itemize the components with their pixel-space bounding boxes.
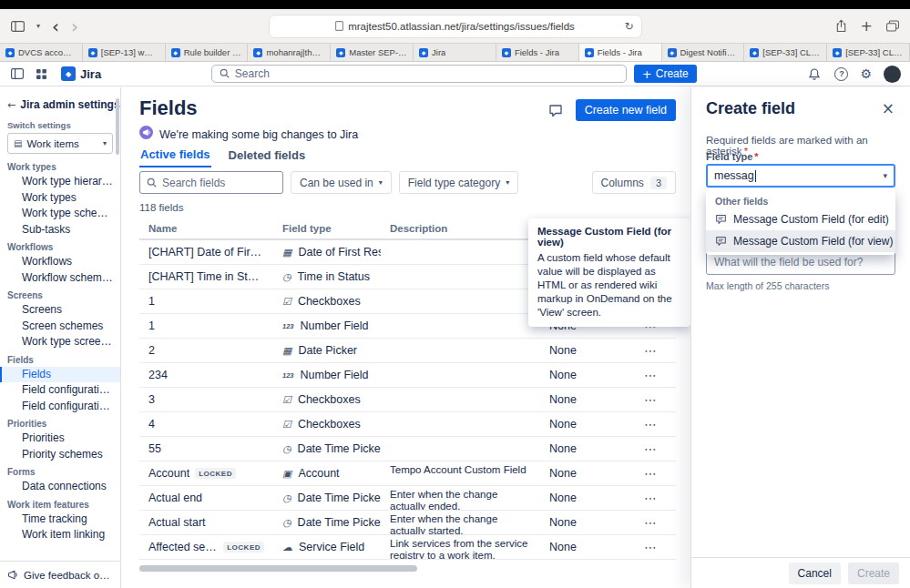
sidebar-nav-entry[interactable]: Fields <box>0 367 120 383</box>
share-icon[interactable] <box>835 19 847 33</box>
sidebar-nav-entry[interactable]: Work type hierarchy <box>0 174 120 190</box>
table-row[interactable]: 4 Checkboxes None <box>139 412 676 437</box>
announcement-banner[interactable]: We're making some big changes to Jira <box>139 126 358 143</box>
sidebar-nav-entry[interactable]: Workflows <box>0 254 120 270</box>
field-name: 1 <box>148 319 155 332</box>
sidebar-nav-entry[interactable]: Screen schemes <box>0 319 120 335</box>
table-row[interactable]: Actual start Date Time Picker Enter when… <box>139 511 676 535</box>
notifications-bell-icon[interactable] <box>806 66 823 83</box>
browser-tab[interactable]: mohanraj|thangam... <box>248 44 331 61</box>
row-actions-button[interactable] <box>639 464 662 482</box>
browser-tab[interactable]: [SEP-13] ww - Jira <box>83 44 166 61</box>
close-icon[interactable] <box>877 97 899 119</box>
row-actions-button[interactable] <box>639 440 662 458</box>
global-search[interactable] <box>211 65 627 83</box>
sidebar-nav-entry[interactable]: Work types <box>0 190 120 207</box>
browser-tab[interactable]: Digest Notification... <box>662 44 745 61</box>
page-tab[interactable]: Active fields <box>139 147 211 167</box>
row-actions-button[interactable] <box>639 415 662 433</box>
field-type-label: Field type* <box>706 151 759 162</box>
sidebar-nav-entry[interactable]: Time tracking <box>0 512 120 528</box>
chevron-down-icon[interactable] <box>36 23 40 30</box>
page-tab[interactable]: Deleted fields <box>228 147 307 167</box>
jira-favicon <box>419 48 428 57</box>
create-new-field-button[interactable]: Create new field <box>576 99 676 121</box>
sidebar-nav-entry[interactable]: Field configuration sc... <box>0 399 120 415</box>
user-avatar[interactable] <box>884 66 901 83</box>
tab-overview-icon[interactable] <box>886 20 899 32</box>
row-actions-button[interactable] <box>639 366 662 384</box>
field-type-select[interactable]: messag <box>706 164 895 188</box>
sidebar-nav-entry[interactable]: Sub-tasks <box>0 222 120 238</box>
column-header-name[interactable]: Name <box>139 223 273 234</box>
cancel-button[interactable]: Cancel <box>789 563 841 584</box>
column-header-description[interactable]: Description <box>381 223 540 234</box>
row-actions-button[interactable] <box>639 538 662 556</box>
back-icon[interactable] <box>52 17 59 35</box>
jira-logo[interactable]: Jira <box>61 66 101 81</box>
sidebar-nav-entry[interactable]: Work item linking <box>0 527 120 543</box>
new-tab-icon[interactable] <box>861 19 873 34</box>
field-type-label: Service Field <box>299 541 364 553</box>
sidebar-nav-entry[interactable]: Data connections <box>0 479 120 495</box>
sidebar-nav-entry[interactable]: Field configurations <box>0 382 120 399</box>
field-name: Affected services <box>148 541 218 553</box>
dropdown-option[interactable]: Message Custom Field (for edit) <box>706 208 895 230</box>
global-search-input[interactable] <box>235 67 619 80</box>
row-actions-button[interactable] <box>639 489 662 507</box>
table-row[interactable]: 55 Date Time Picker None <box>139 437 676 461</box>
table-row[interactable]: 234 Number Field None <box>139 363 676 388</box>
browser-tab[interactable]: Fields - Jira <box>496 44 579 61</box>
sidebar-scrollbar[interactable] <box>116 98 119 155</box>
table-row[interactable]: 3 Checkboxes None <box>139 388 676 412</box>
browser-tab[interactable]: Jira <box>414 44 496 61</box>
create-button[interactable]: Create <box>848 563 899 584</box>
help-icon[interactable]: ? <box>834 67 848 81</box>
row-actions-button[interactable] <box>639 341 662 360</box>
sidebar-nav-entry[interactable]: Workflow schemes <box>0 270 120 287</box>
horizontal-scrollbar[interactable] <box>139 565 417 572</box>
banner-text: We're making some big changes to Jira <box>159 128 358 141</box>
column-header-field-type[interactable]: Field type <box>273 223 381 234</box>
sidebar-nav-entry: Work item features <box>0 495 120 512</box>
nav-collapse-icon[interactable] <box>9 66 26 81</box>
field-type-label: Checkboxes <box>298 418 361 431</box>
browser-tab[interactable]: DVCS accounts - J... <box>0 44 83 61</box>
header-create-button[interactable]: Create <box>634 65 697 83</box>
fields-search[interactable] <box>139 171 283 194</box>
jira-favicon <box>253 48 262 57</box>
sidebar-nav-entry[interactable]: Priority schemes <box>0 447 120 463</box>
browser-tab[interactable]: [SEP-33] CLONE -... <box>827 44 910 61</box>
browser-tab[interactable]: Master SEP-13 tes... <box>331 44 414 61</box>
gear-icon[interactable] <box>860 67 872 80</box>
browser-tab-label: Fields - Jira <box>598 47 642 57</box>
table-row[interactable]: Affected services LOCKED Service Field L… <box>139 535 676 560</box>
columns-button[interactable]: Columns 3 <box>592 171 676 194</box>
field-type-category-filter[interactable]: Field type category <box>399 171 518 194</box>
switch-settings-select[interactable]: Work items <box>7 133 113 154</box>
row-actions-button[interactable] <box>639 390 662 409</box>
refresh-icon[interactable] <box>624 21 633 32</box>
browser-tab[interactable]: [SEP-33] CLONE -... <box>744 44 827 61</box>
sidebar-feedback[interactable]: Give feedback on the n... <box>0 561 120 588</box>
fields-search-input[interactable] <box>162 177 276 189</box>
browser-tab[interactable]: Fields - Jira <box>579 44 662 61</box>
row-actions-button[interactable] <box>639 513 662 532</box>
browser-tab[interactable]: Rule builder - Aut... <box>166 44 249 61</box>
table-row[interactable]: Actual end Date Time Picker Enter when t… <box>139 486 676 511</box>
panel-footer: Cancel Create <box>691 557 910 588</box>
app-switcher-icon[interactable] <box>35 67 48 81</box>
sidebar-nav-entry[interactable]: Priorities <box>0 431 120 447</box>
sidebar-back[interactable]: Jira admin settings <box>0 96 120 113</box>
can-be-used-in-filter[interactable]: Can be used in <box>291 171 392 194</box>
sidebar-nav-entry[interactable]: Screens <box>0 302 120 319</box>
address-bar[interactable]: mrajtest50.atlassian.net/jira/settings/i… <box>269 15 642 38</box>
sidebar-nav-entry[interactable]: Work type screen sch... <box>0 334 120 350</box>
dropdown-option[interactable]: Message Custom Field (for view) <box>706 230 895 252</box>
table-row[interactable]: 2 Date Picker None <box>139 339 676 363</box>
sidebar-toggle-icon[interactable] <box>11 21 25 32</box>
feedback-comment-icon[interactable] <box>547 102 565 119</box>
sidebar-nav-entry[interactable]: Work type schemes <box>0 206 120 222</box>
table-row[interactable]: Account LOCKED Account Tempo Account Cus… <box>139 461 676 486</box>
browser-tab-label: Jira <box>432 47 445 57</box>
